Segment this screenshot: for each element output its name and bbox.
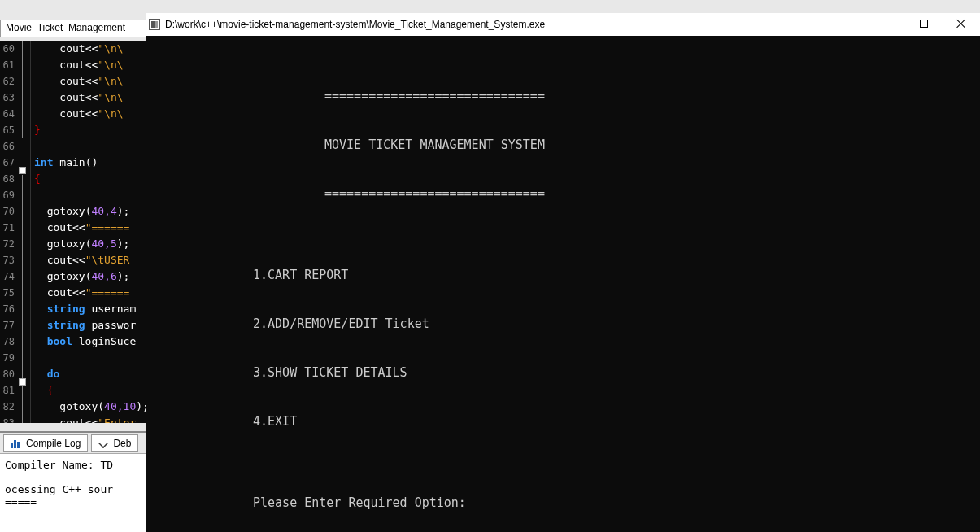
fold-column — [16, 41, 31, 423]
console-menu-item: 3.SHOW TICKET DETAILS — [146, 364, 980, 381]
tab-label: Compile Log — [26, 438, 81, 449]
log-line: ocessing C++ sour — [5, 483, 113, 495]
check-icon — [98, 438, 108, 448]
maximize-button[interactable] — [905, 13, 943, 34]
console-header-border: ============================== — [146, 185, 980, 202]
editor-tab[interactable]: Movie_Ticket_Management — [0, 20, 146, 37]
panel-body: Compiler Name: TD ocessing C++ sour ====… — [0, 454, 146, 532]
console-menu-item: 2.ADD/REMOVE/EDIT Ticket — [146, 316, 980, 332]
line-gutter: 6061626364656667686970717273747576777879… — [0, 41, 16, 423]
minimize-button[interactable] — [868, 13, 905, 34]
debug-tab[interactable]: Deb — [91, 434, 138, 452]
title-bar[interactable]: D:\work\c++\movie-ticket-management-syst… — [146, 13, 980, 36]
console-window: D:\work\c++\movie-ticket-management-syst… — [146, 13, 980, 532]
log-line: Compiler Name: TD — [5, 459, 113, 471]
compile-log-tab[interactable]: Compile Log — [3, 434, 88, 452]
code-editor[interactable]: 6061626364656667686970717273747576777879… — [0, 41, 146, 423]
bar-chart-icon — [11, 438, 20, 448]
bottom-panel: Compile Log Deb Compiler Name: TD ocessi… — [0, 431, 146, 532]
window-controls — [868, 13, 980, 36]
console-header-border: ============================== — [146, 88, 980, 104]
maximize-icon — [920, 20, 928, 28]
console-menu-item: 1.CART REPORT — [146, 267, 980, 283]
code-text: cout<<"\n\ cout<<"\n\ cout<<"\n\ cout<<"… — [34, 41, 146, 423]
log-line: ===== — [5, 495, 37, 508]
console-body[interactable]: ============================== MOVIE TIC… — [146, 36, 980, 532]
close-icon — [956, 19, 966, 28]
tab-label: Deb — [113, 438, 131, 449]
close-button[interactable] — [943, 13, 980, 34]
console-menu-item: 4.EXIT — [146, 413, 980, 430]
app-icon — [149, 19, 160, 30]
panel-tabs: Compile Log Deb — [0, 433, 146, 454]
console-prompt: Please Enter Required Option: — [146, 495, 980, 511]
console-header-title: MOVIE TICKET MANAGEMENT SYSTEM — [146, 137, 980, 153]
window-title: D:\work\c++\movie-ticket-management-syst… — [165, 19, 545, 30]
minimize-icon — [882, 24, 891, 24]
